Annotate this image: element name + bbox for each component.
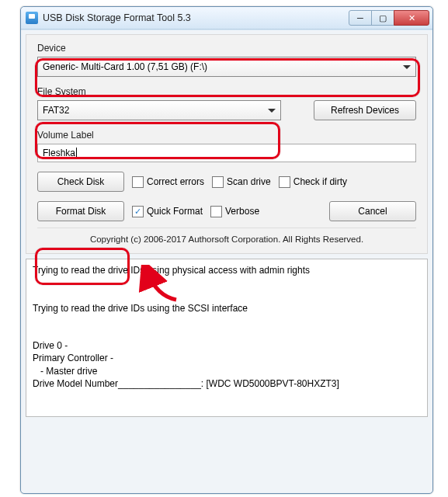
window-title: USB Disk Storage Format Tool 5.3 [43,12,349,23]
titlebar[interactable]: USB Disk Storage Format Tool 5.3 ─ ▢ ✕ [21,7,432,30]
quick-format-checkbox[interactable]: ✓ Quick Format [132,206,203,217]
copyright-text: Copyright (c) 2006-2017 Authorsoft Corpo… [37,228,416,247]
checkbox-icon [212,176,224,188]
device-value: Generic- Multi-Card 1.00 (7,51 GB) (F:\) [43,61,207,72]
volume-value: Fleshka [43,148,75,158]
device-label: Device [37,43,416,54]
minimize-button[interactable]: ─ [349,10,372,26]
refresh-devices-button[interactable]: Refresh Devices [314,100,416,120]
maximize-button[interactable]: ▢ [371,10,394,26]
close-button[interactable]: ✕ [394,10,429,26]
volume-label-label: Volume Label [37,130,416,141]
log-output[interactable]: Trying to read the drive IDs using physi… [26,259,428,417]
volume-label-input[interactable]: Fleshka [37,144,416,162]
checkbox-icon [132,176,144,188]
window-controls: ─ ▢ ✕ [349,10,429,26]
checkbox-icon [210,206,222,217]
filesystem-select[interactable]: FAT32 [37,100,281,120]
chevron-down-icon [268,109,276,113]
checkbox-icon [279,176,290,188]
format-disk-button[interactable]: Format Disk [37,201,124,221]
check-disk-button[interactable]: Check Disk [37,172,124,192]
correct-errors-checkbox[interactable]: Correct errors [132,176,204,188]
device-select[interactable]: Generic- Multi-Card 1.00 (7,51 GB) (F:\) [37,57,416,77]
filesystem-label: File System [37,86,416,97]
main-panel: Device Generic- Multi-Card 1.00 (7,51 GB… [26,34,428,254]
cancel-button[interactable]: Cancel [329,201,416,221]
chevron-down-icon [403,65,411,69]
app-icon [26,12,38,24]
verbose-checkbox[interactable]: Verbose [210,206,259,217]
check-dirty-checkbox[interactable]: Check if dirty [279,176,347,188]
checkbox-icon: ✓ [132,206,144,217]
scan-drive-checkbox[interactable]: Scan drive [212,176,271,188]
text-caret [76,148,77,158]
filesystem-value: FAT32 [43,105,69,116]
app-window: USB Disk Storage Format Tool 5.3 ─ ▢ ✕ D… [20,6,433,494]
